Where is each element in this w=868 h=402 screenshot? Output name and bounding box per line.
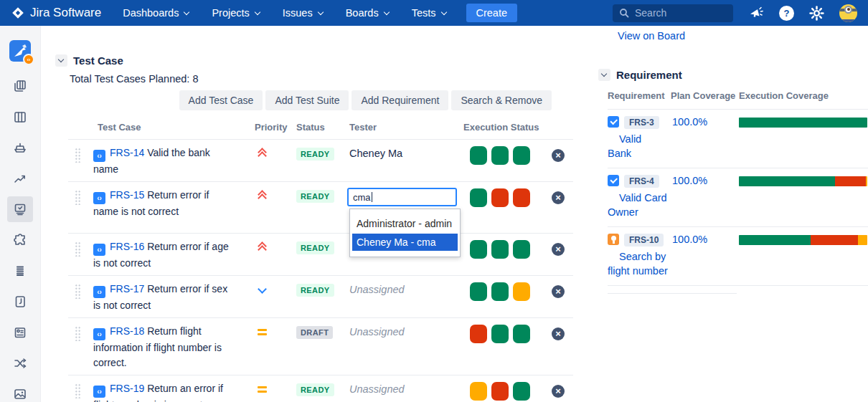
execution-status-square[interactable] [491,240,509,259]
execution-status-square[interactable] [470,240,487,259]
status-badge: READY [296,241,334,254]
remove-test-case-button[interactable] [552,191,565,204]
issue-key-link[interactable]: FRS-17 [110,283,144,295]
tests-icon[interactable] [7,196,33,222]
priority-icon [257,285,267,295]
tester-value[interactable]: Cheney Ma [349,148,462,159]
issue-key-link[interactable]: FRS-16 [110,241,144,252]
profile-card-icon[interactable] [7,320,33,345]
backlog-icon[interactable] [7,73,33,99]
execution-status-square[interactable] [470,382,487,401]
jira-logo-icon [11,6,25,20]
execution-status-square[interactable] [491,146,509,165]
requirement-table: Requirement Plan Coverage Execution Cove… [608,89,868,294]
execution-status-square[interactable] [513,188,530,207]
search-remove-button[interactable]: Search & Remove [451,90,552,110]
search-placeholder: Search [635,7,666,19]
media-image-icon[interactable] [7,381,33,402]
menu-projects[interactable]: Projects [212,7,259,19]
requirement-summary-link[interactable]: Valid Card Owner [608,191,671,219]
execution-status-square[interactable] [491,382,509,401]
execution-status-square[interactable] [491,282,509,301]
drag-handle[interactable] [75,241,81,257]
user-avatar[interactable] [839,4,857,22]
board-icon[interactable] [7,104,33,130]
dropdown-option[interactable]: Cheney Ma - cma [352,234,458,251]
add-requirement-button[interactable]: Add Requirement [352,90,448,110]
issue-key-link[interactable]: FRS-14 [110,147,144,158]
tester-value[interactable]: Unassigned [349,326,462,338]
table-row: FRS-19 Return an error if flight number … [68,375,573,402]
column-requirement: Requirement [608,89,671,102]
execution-status-square[interactable] [513,240,530,259]
execution-status-square[interactable] [470,325,487,343]
feedback-megaphone-icon[interactable] [748,5,764,21]
execution-status-square[interactable] [470,282,487,301]
navbar-right: Search [613,4,857,22]
menu-issues[interactable]: Issues [283,7,323,19]
add-test-suite-button[interactable]: Add Test Suite [265,90,349,110]
releases-ship-icon[interactable] [7,135,33,161]
issue-key-link[interactable]: FRS-15 [110,189,144,201]
menu-tests[interactable]: Tests [412,7,446,19]
menu-dashboards[interactable]: Dashboards [123,7,189,19]
collapse-test-case-chevron-icon[interactable] [55,54,67,67]
view-on-board-link[interactable]: View on Board [618,30,685,42]
issue-key-link[interactable]: FRS-19 [110,383,144,394]
test-case-type-icon [93,386,105,398]
main-content: Test Case Total Test Cases Planned: 8 Ad… [41,26,868,402]
table-row: FRS-10Search by flight number 100.0% [608,226,868,285]
drag-handle[interactable] [75,383,81,398]
requirement-summary-link[interactable]: Valid Bank [608,132,671,161]
execution-status-square[interactable] [513,325,530,343]
tester-autocomplete-input[interactable]: cma [347,188,457,206]
drag-handle[interactable] [75,148,81,163]
jira-brand[interactable]: Jira Software [11,6,101,20]
column-execution-status: Execution Status [462,122,552,133]
project-avatar[interactable] [9,40,31,62]
requirement-key-badge[interactable]: FRS-3 [624,116,659,129]
dropdown-option[interactable]: Administrator - admin [352,215,458,232]
reports-chart-icon[interactable] [7,166,33,191]
help-icon[interactable] [779,6,794,21]
remove-test-case-button[interactable] [552,149,565,162]
execution-status-square[interactable] [513,146,530,165]
requirement-key-badge[interactable]: FRS-4 [624,175,659,188]
remove-test-case-button[interactable] [552,243,565,256]
shuffle-icon[interactable] [7,350,33,376]
chevron-down-icon [440,9,446,14]
collapse-requirement-chevron-icon[interactable] [598,69,610,81]
drag-handle[interactable] [75,326,81,341]
execution-status [470,325,552,343]
drag-handle[interactable] [75,284,81,299]
execution-status-square[interactable] [513,282,530,301]
tester-value[interactable]: Unassigned [349,284,462,295]
execution-status-square[interactable] [470,146,487,165]
search-input[interactable]: Search [613,4,733,22]
requirement-key-badge[interactable]: FRS-10 [624,234,664,247]
remove-test-case-button[interactable] [552,327,565,340]
issue-key-link[interactable]: FRS-18 [110,325,144,337]
addons-puzzle-icon[interactable] [7,227,33,253]
execution-status-square[interactable] [491,188,509,207]
pages-journal-icon[interactable] [7,289,33,315]
add-test-case-button[interactable]: Add Test Case [179,90,263,110]
steps-list-icon[interactable] [7,258,33,284]
priority-icon [257,243,267,253]
menu-boards[interactable]: Boards [346,7,389,19]
create-button[interactable]: Create [466,4,518,22]
execution-coverage-bar [739,235,867,245]
execution-status-square[interactable] [470,188,487,207]
settings-gear-icon[interactable] [809,6,824,21]
remove-test-case-button[interactable] [552,285,565,298]
drag-handle[interactable] [75,190,81,205]
requirement-panel: View on Board Requirement Requirement Pl… [596,29,868,294]
test-case-type-icon [93,244,105,256]
requirement-summary-link[interactable]: Search by flight number [608,249,671,278]
tester-value[interactable]: Unassigned [349,383,462,395]
plan-coverage-value: 100.0% [671,175,739,219]
remove-test-case-button[interactable] [552,385,565,398]
priority-icon [257,385,267,395]
execution-status-square[interactable] [513,382,530,401]
execution-status-square[interactable] [491,325,509,343]
